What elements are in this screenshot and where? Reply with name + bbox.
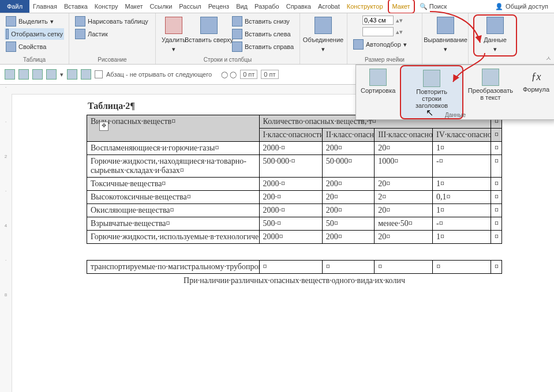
draw-table-button[interactable]: Нарисовать таблицу bbox=[74, 16, 151, 27]
formula-button[interactable]: Формула bbox=[523, 86, 549, 93]
table-cell[interactable]: 500·¤ bbox=[259, 217, 322, 231]
table-cell[interactable]: -¤ bbox=[433, 217, 491, 231]
mouse-cursor-icon: ↖ bbox=[426, 107, 433, 118]
table-cell[interactable]: 500·000·¤ bbox=[259, 155, 322, 178]
table-cell[interactable]: менее·50¤ bbox=[375, 217, 433, 231]
doc-table-continuation[interactable]: транспортируемые·по·магистральному·трубо… bbox=[87, 260, 502, 274]
table-cell[interactable]: 20¤ bbox=[375, 142, 433, 155]
alignment-button[interactable]: Выравнивание▾ bbox=[427, 16, 464, 54]
insert-below-button[interactable]: Вставить снизу bbox=[231, 16, 295, 27]
table-cell[interactable]: 20¤ bbox=[375, 231, 433, 244]
table-cell[interactable]: ¤ bbox=[322, 261, 374, 274]
table-cell[interactable]: 50·000¤ bbox=[322, 155, 374, 178]
qat-open-icon[interactable] bbox=[18, 69, 29, 80]
table-cell[interactable]: Воспламеняющиеся·и·горючие·газы¤ bbox=[87, 142, 260, 155]
table-cell[interactable]: ¤ bbox=[375, 261, 433, 274]
insert-left-button[interactable]: Вставить слева bbox=[231, 28, 295, 40]
convert-to-text-button[interactable]: Преобразовать в текст bbox=[468, 87, 513, 101]
table-cell[interactable]: 20¤ bbox=[375, 204, 433, 217]
distribute-rows-icon[interactable] bbox=[405, 16, 413, 24]
paragraph-keep-checkbox[interactable] bbox=[95, 70, 103, 78]
tab-acrobat[interactable]: Acrobat bbox=[315, 0, 343, 13]
table-cell[interactable]: 50¤ bbox=[322, 217, 374, 231]
table-cell[interactable]: 0,1¤ bbox=[433, 191, 491, 204]
tab-design[interactable]: Констру bbox=[91, 0, 122, 13]
tab-table-constructor[interactable]: Конструктор bbox=[343, 0, 387, 13]
repeat-header-rows-button[interactable]: Повторить строки заголовков bbox=[406, 88, 457, 109]
table-cell[interactable]: 20¤ bbox=[322, 191, 374, 204]
table-cell[interactable]: 1000¤ bbox=[375, 155, 433, 178]
search-tab[interactable]: 🔍 Поиск bbox=[416, 0, 451, 13]
tab-insert[interactable]: Вставка bbox=[61, 0, 91, 13]
qat-undo-icon[interactable] bbox=[67, 69, 77, 80]
row-height-input[interactable] bbox=[362, 16, 394, 25]
table-cell[interactable]: 1¤ bbox=[433, 231, 491, 244]
spacing-before-select[interactable]: 0 пт bbox=[240, 70, 257, 79]
tab-file[interactable]: Файл bbox=[0, 0, 29, 13]
table-cell[interactable]: Высокотоксичные·вещества¤ bbox=[87, 191, 260, 204]
table-cell[interactable]: 200¤ bbox=[322, 204, 374, 217]
table-cell[interactable]: 2000·¤ bbox=[259, 142, 322, 155]
spacing-after-select[interactable]: 0 пт bbox=[261, 70, 278, 79]
cursor-icon bbox=[6, 16, 16, 27]
tab-developer[interactable]: Разрабо bbox=[251, 0, 283, 13]
tab-table-layout[interactable]: Макет bbox=[388, 0, 415, 14]
table-cell[interactable]: 2000·¤ bbox=[259, 204, 322, 217]
eraser-button[interactable]: Ластик bbox=[74, 28, 151, 40]
table-cell[interactable]: 2¤ bbox=[375, 191, 433, 204]
qat-save-icon[interactable] bbox=[46, 69, 57, 80]
cell-end-marker: ¤ bbox=[491, 129, 502, 142]
data-dropdown-panel: Сортировка Повторить строки заголовков П… bbox=[355, 65, 554, 120]
table-cell[interactable]: Горючие·жидкости,·используемые·в·техноло… bbox=[87, 231, 260, 244]
table-cell[interactable]: 1¤ bbox=[433, 178, 491, 191]
table-cell[interactable]: Токсичные·вещества¤ bbox=[87, 178, 260, 191]
properties-button[interactable]: Свойства bbox=[5, 41, 64, 52]
show-gridlines-button[interactable]: Отобразить сетку bbox=[5, 28, 64, 40]
table-cell[interactable]: 1¤ bbox=[433, 204, 491, 217]
table-cell[interactable]: Горючие·жидкости,·находящиеся·на·товарно… bbox=[87, 155, 260, 178]
table-cell[interactable]: 20¤ bbox=[375, 178, 433, 191]
qat-mail-icon[interactable] bbox=[32, 69, 43, 80]
collapse-ribbon-button[interactable]: ㅅ bbox=[545, 54, 552, 63]
tab-review[interactable]: Реценз bbox=[205, 0, 233, 13]
subheader-4[interactable]: IV·класс·опасности¤ bbox=[433, 129, 491, 142]
tab-layout-main[interactable]: Макет bbox=[121, 0, 146, 13]
table-cell[interactable]: транспортируемые·по·магистральному·трубо… bbox=[87, 261, 260, 274]
cell-end-marker: ¤ bbox=[491, 178, 502, 191]
data-dropdown-button[interactable]: Данные▾ bbox=[473, 14, 517, 56]
table-cell[interactable]: ¤ bbox=[433, 261, 491, 274]
tab-view[interactable]: Вид bbox=[233, 0, 251, 13]
table-cell[interactable]: 200¤ bbox=[322, 231, 374, 244]
insert-right-button[interactable]: Вставить справа bbox=[231, 41, 295, 52]
tab-references[interactable]: Ссылки bbox=[147, 0, 176, 13]
distribute-cols-icon[interactable] bbox=[405, 28, 413, 36]
share-button[interactable]: 👤Общий доступ bbox=[495, 3, 548, 10]
merge-button[interactable]: Объединение▾ bbox=[305, 16, 342, 54]
sort-button[interactable]: Сортировка bbox=[361, 87, 395, 94]
select-button[interactable]: Выделить ▾ bbox=[5, 16, 64, 27]
subheader-2[interactable]: II·класс·опасности¤ bbox=[322, 129, 374, 142]
body-text[interactable]: При·наличии·различных·опасных·веществ·од… bbox=[87, 276, 502, 285]
tab-mailings[interactable]: Рассыл bbox=[175, 0, 204, 13]
subheader-1[interactable]: I·класс·опасности¤ bbox=[259, 129, 322, 142]
autofit-button[interactable]: Автоподбор ▾ bbox=[352, 39, 417, 50]
table-cell[interactable]: 200¤ bbox=[322, 178, 374, 191]
table-cell[interactable]: ¤ bbox=[259, 261, 322, 274]
table-cell[interactable]: 2000¤ bbox=[259, 231, 322, 244]
col-width-input[interactable] bbox=[362, 27, 394, 36]
tab-home[interactable]: Главная bbox=[29, 0, 61, 13]
qat-redo-icon[interactable] bbox=[81, 69, 91, 80]
table-cell[interactable]: 1¤ bbox=[433, 142, 491, 155]
table-cell[interactable]: 200¤ bbox=[322, 142, 374, 155]
tab-help[interactable]: Справка bbox=[283, 0, 315, 13]
header-left[interactable]: Виды·опасных·веществ¤ bbox=[87, 115, 260, 142]
subheader-3[interactable]: III·класс·опасности¤ bbox=[375, 129, 433, 142]
table-cell[interactable]: 200·¤ bbox=[259, 191, 322, 204]
table-move-handle[interactable]: ✥ bbox=[99, 122, 108, 131]
table-cell[interactable]: Окисляющие·вещества¤ bbox=[87, 204, 260, 217]
qat-new-icon[interactable] bbox=[5, 69, 15, 80]
doc-table[interactable]: Виды·опасных·веществ¤ Количество·опасных… bbox=[87, 115, 502, 244]
table-cell[interactable]: 2000·¤ bbox=[259, 178, 322, 191]
table-cell[interactable]: -¤ bbox=[433, 155, 491, 178]
table-cell[interactable]: Взрывчатые·вещества¤ bbox=[87, 217, 260, 231]
